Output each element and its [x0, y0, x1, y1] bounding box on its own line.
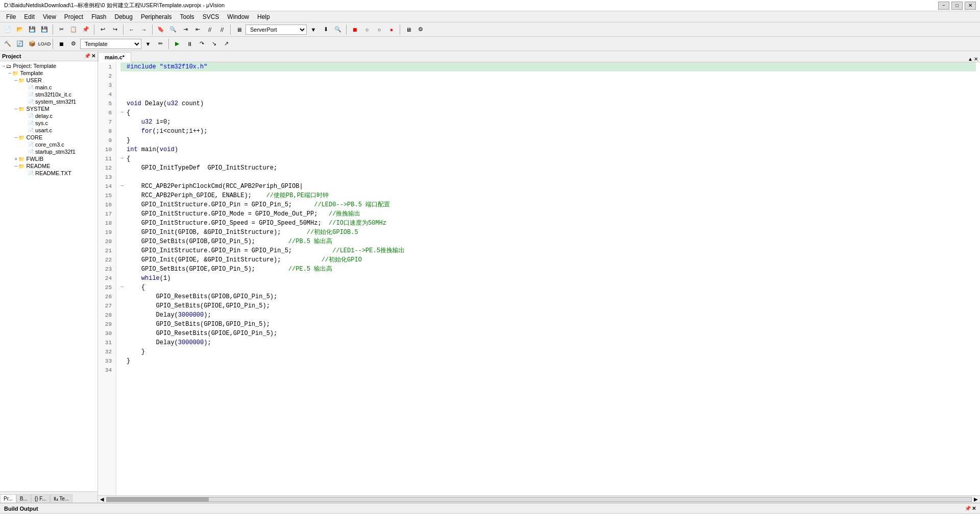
tree-readmetxt[interactable]: 📄 README.TXT [0, 170, 97, 177]
scroll-left-btn[interactable]: ◀ [100, 496, 104, 502]
step-out-btn[interactable]: ↗ [220, 38, 232, 50]
code-line-22: GPIO_Init(GPIOE, &GPIO_InitStructure); /… [120, 255, 976, 265]
load-fw-btn[interactable]: LOAD [39, 38, 50, 50]
nav-back-btn[interactable]: ← [126, 24, 137, 35]
indent-btn[interactable]: ⇥ [180, 24, 191, 35]
menu-svcs[interactable]: SVCS [199, 12, 224, 21]
rebuild-btn[interactable]: 🔄 [14, 38, 26, 50]
unindent-btn[interactable]: ⇤ [192, 24, 203, 35]
uncomment-btn[interactable]: // [216, 24, 228, 35]
copy-btn[interactable]: 📋 [68, 24, 79, 35]
code-content[interactable]: #include "stm32f10x.h" void Delay(u32 co… [116, 62, 980, 495]
tab-project[interactable]: Pr... [0, 494, 16, 503]
minimize-button[interactable]: − [938, 2, 949, 10]
record-btn[interactable]: ● [386, 24, 397, 35]
open-btn[interactable]: 📂 [14, 24, 26, 35]
nav-fwd-btn[interactable]: → [138, 24, 150, 35]
menu-flash[interactable]: Flash [87, 12, 110, 21]
batch-btn[interactable]: 📦 [27, 38, 38, 50]
tree-readme-folder[interactable]: 📁 README [0, 162, 97, 170]
close-button[interactable]: ✕ [965, 2, 976, 10]
step-in-btn[interactable]: ↘ [208, 38, 219, 50]
stop-build-btn[interactable]: ⏹ [56, 38, 67, 50]
code-editor[interactable]: 12345 678910 1112131415 1617181920 21222… [98, 62, 980, 495]
h-scrollbar[interactable] [106, 497, 972, 502]
tree-root-label: Project: Template [13, 63, 56, 69]
target-combo[interactable]: Template [80, 39, 141, 49]
menu-edit[interactable]: Edit [20, 12, 39, 21]
tab-template[interactable]: Ⅱ₄ Te... [50, 494, 73, 503]
new-file-btn[interactable]: 📄 [2, 24, 13, 35]
menu-help[interactable]: Help [253, 12, 274, 21]
panel-close-icon[interactable]: ✕ [91, 53, 95, 59]
tree-stm32it[interactable]: 📄 stm32f10x_it.c [0, 91, 97, 98]
save-btn[interactable]: 💾 [27, 24, 38, 35]
chip-btn[interactable]: 🖥 [233, 24, 244, 35]
tab-book[interactable]: B... [16, 494, 31, 503]
load-btn[interactable]: ⬇ [320, 24, 331, 35]
editor-scroll[interactable]: ◀ ▶ [98, 495, 980, 503]
title-bar: D:\BaiduNetdiskDownload\1--标准例程\0 如何建立工程… [0, 0, 980, 11]
menu-file[interactable]: File [2, 12, 20, 21]
tree-system[interactable]: 📄 system_stm32f1 [0, 98, 97, 105]
editor-expand-icon[interactable]: ▲ [968, 56, 973, 62]
expand-core[interactable] [14, 134, 17, 140]
build-panel-pin[interactable]: 📌 [965, 506, 971, 511]
expand-fwlib[interactable] [14, 156, 17, 162]
scroll-right-btn[interactable]: ▶ [974, 496, 978, 502]
run-btn[interactable]: ▶ [172, 38, 183, 50]
tree-core[interactable]: 📁 CORE [0, 134, 97, 141]
bookmark-btn[interactable]: 🔖 [155, 24, 166, 35]
paste-btn[interactable]: 📌 [80, 24, 91, 35]
menu-project[interactable]: Project [60, 12, 87, 21]
tree-root[interactable]: 🗂 Project: Template [0, 62, 97, 69]
tree-delay[interactable]: 📄 delay.c [0, 112, 97, 119]
tree-usart[interactable]: 📄 usart.c [0, 127, 97, 134]
maximize-button[interactable]: □ [951, 2, 963, 10]
expand-template[interactable] [8, 70, 11, 76]
expand-readme[interactable] [14, 163, 17, 169]
settings2-btn[interactable]: ⚙ [68, 38, 79, 50]
expand-system[interactable] [14, 106, 17, 112]
build-panel-close[interactable]: ✕ [972, 506, 976, 511]
tab-func[interactable]: {} F... [31, 494, 50, 503]
comment-btn[interactable]: // [204, 24, 215, 35]
stop-btn[interactable]: ⏹ [349, 24, 360, 35]
menu-view[interactable]: View [39, 12, 60, 21]
target-combo-arrow[interactable]: ▼ [142, 38, 154, 50]
step-over-btn[interactable]: ↷ [196, 38, 207, 50]
server-port-combo[interactable]: ServerPort [246, 25, 307, 35]
tree-mainc[interactable]: 📄 main.c [0, 84, 97, 91]
monitor-btn[interactable]: 🖥 [403, 24, 414, 35]
menu-debug[interactable]: Debug [111, 12, 137, 21]
undo-btn[interactable]: ↩ [97, 24, 108, 35]
combo-btn1[interactable]: ▼ [308, 24, 319, 35]
expand-root[interactable] [2, 63, 5, 69]
cut-btn[interactable]: ✂ [56, 24, 67, 35]
tree-system-folder[interactable]: 📁 SYSTEM [0, 105, 97, 112]
dbg-btn[interactable]: 🔍 [332, 24, 344, 35]
settings-btn[interactable]: ⚙ [415, 24, 426, 35]
pause-btn[interactable]: ⏸ [184, 38, 195, 50]
tree-corecm3[interactable]: 📄 core_cm3.c [0, 141, 97, 148]
menu-window[interactable]: Window [223, 12, 253, 21]
tree-startup[interactable]: 📄 startup_stm32f1 [0, 148, 97, 155]
tree-user[interactable]: 📁 USER [0, 77, 97, 84]
menu-peripherals[interactable]: Peripherals [137, 12, 176, 21]
editor-close-icon[interactable]: ✕ [974, 56, 978, 62]
circle2-btn[interactable]: ○ [374, 24, 385, 35]
save-all-btn[interactable]: 💾 [39, 24, 50, 35]
expand-user[interactable] [14, 77, 17, 83]
tree-template[interactable]: 📁 Template [0, 69, 97, 77]
menu-tools[interactable]: Tools [176, 12, 199, 21]
editor-tab-mainc[interactable]: main.c* [98, 52, 131, 62]
tree-sys[interactable]: 📄 sys.c [0, 119, 97, 127]
wizard-btn[interactable]: ✏ [155, 38, 166, 50]
find-btn[interactable]: 🔍 [167, 24, 179, 35]
h-scrollbar-thumb[interactable] [107, 497, 209, 501]
circle-btn[interactable]: ○ [361, 24, 373, 35]
tree-fwlib[interactable]: 📁 FWLIB [0, 155, 97, 162]
build-btn[interactable]: 🔨 [2, 38, 13, 50]
panel-pin-icon[interactable]: 📌 [84, 53, 90, 59]
redo-btn[interactable]: ↪ [109, 24, 120, 35]
